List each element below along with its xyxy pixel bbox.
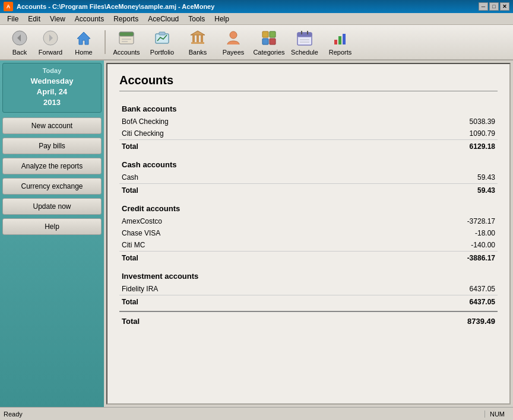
date-line3: 2013: [5, 97, 99, 108]
fidelity-row[interactable]: Fidelity IRA 6437.05: [119, 283, 498, 295]
credit-accounts-header: Credit accounts: [119, 199, 498, 215]
today-box: Today Wednesday April, 24 2013: [2, 63, 102, 113]
svg-rect-28: [338, 36, 341, 44]
new-account-button[interactable]: New account: [2, 117, 102, 134]
status-bar: Ready NUM: [0, 407, 513, 420]
citi-checking-row[interactable]: Citi Checking 1090.79: [119, 128, 498, 140]
home-icon: [74, 28, 93, 47]
banks-icon: [188, 28, 207, 47]
categories-label: Categories: [253, 49, 284, 56]
menu-acecloud[interactable]: AceCloud: [143, 14, 183, 24]
date-line1: Wednesday: [5, 76, 99, 87]
reports-button[interactable]: Reports: [323, 27, 357, 58]
investment-total-row: Total 6437.05: [119, 295, 498, 312]
bofa-checking-row[interactable]: BofA Checking 5038.39: [119, 116, 498, 128]
payees-button[interactable]: Payees: [216, 27, 251, 58]
num-indicator: NUM: [484, 411, 509, 418]
update-now-button[interactable]: Update now: [2, 198, 102, 215]
back-button[interactable]: Back: [5, 27, 34, 58]
menu-edit[interactable]: Edit: [23, 14, 45, 24]
status-text: Ready: [4, 411, 484, 418]
svg-rect-6: [119, 32, 134, 36]
svg-marker-4: [77, 32, 90, 44]
citi-mc-name: Citi MC: [119, 239, 389, 252]
categories-button[interactable]: Categories: [252, 27, 286, 58]
menu-reports[interactable]: Reports: [109, 14, 143, 24]
citi-mc-row[interactable]: Citi MC -140.00: [119, 239, 498, 252]
sidebar: Today Wednesday April, 24 2013 New accou…: [0, 61, 104, 407]
accounts-table: Bank accounts BofA Checking 5038.39 Citi…: [119, 100, 498, 330]
amex-name: AmexCostco: [119, 215, 389, 227]
menu-help[interactable]: Help: [210, 14, 234, 24]
schedule-button[interactable]: Schedule: [287, 27, 322, 58]
cash-total-value: 59.43: [389, 184, 498, 200]
menu-file[interactable]: File: [2, 14, 23, 24]
svg-rect-10: [159, 32, 165, 35]
svg-rect-15: [191, 42, 204, 44]
investment-total-label: Total: [119, 295, 389, 312]
svg-rect-12: [192, 35, 195, 42]
svg-rect-27: [334, 40, 337, 44]
back-label: Back: [12, 49, 27, 56]
main-area: Today Wednesday April, 24 2013 New accou…: [0, 61, 513, 407]
home-button[interactable]: Home: [66, 27, 101, 58]
help-button[interactable]: Help: [2, 218, 102, 235]
bank-total-row: Total 6129.18: [119, 140, 498, 156]
grand-total-value: 8739.49: [389, 311, 498, 330]
portfolio-button[interactable]: Portfolio: [145, 27, 179, 58]
menu-tools[interactable]: Tools: [183, 14, 210, 24]
svg-rect-29: [343, 34, 346, 44]
forward-button[interactable]: Forward: [36, 27, 65, 58]
svg-marker-11: [191, 31, 205, 35]
schedule-label: Schedule: [291, 49, 318, 56]
credit-accounts-label: Credit accounts: [119, 199, 389, 215]
payees-icon: [224, 28, 243, 47]
chase-row[interactable]: Chase VISA -18.00: [119, 227, 498, 239]
fidelity-name: Fidelity IRA: [119, 283, 389, 295]
accounts-label: Accounts: [113, 49, 140, 56]
chase-balance: -18.00: [389, 227, 498, 239]
svg-rect-22: [297, 33, 312, 37]
accounts-icon: [117, 28, 136, 47]
maximize-button[interactable]: □: [489, 2, 499, 11]
cash-row[interactable]: Cash 59.43: [119, 171, 498, 184]
close-button[interactable]: ✕: [500, 2, 509, 11]
credit-total-value: -3886.17: [389, 252, 498, 268]
cash-total-label: Total: [119, 184, 389, 200]
payees-label: Payees: [223, 49, 245, 56]
accounts-button[interactable]: Accounts: [109, 27, 144, 58]
analyze-reports-button[interactable]: Analyze the reports: [2, 158, 102, 174]
minimize-button[interactable]: ─: [479, 2, 488, 11]
forward-label: Forward: [39, 49, 62, 56]
pay-bills-button[interactable]: Pay bills: [2, 138, 102, 154]
currency-exchange-button[interactable]: Currency exchange: [2, 178, 102, 195]
investment-accounts-label: Investment accounts: [119, 267, 389, 283]
page-title: Accounts: [119, 74, 498, 91]
banks-button[interactable]: Banks: [180, 27, 215, 58]
cash-total-row: Total 59.43: [119, 184, 498, 200]
cash-name: Cash: [119, 171, 389, 184]
forward-icon: [41, 28, 60, 47]
amex-row[interactable]: AmexCostco -3728.17: [119, 215, 498, 227]
bank-total-value: 6129.18: [389, 140, 498, 156]
citi-mc-balance: -140.00: [389, 239, 498, 252]
investment-total-value: 6437.05: [389, 295, 498, 312]
schedule-icon: [295, 28, 314, 47]
banks-label: Banks: [189, 49, 207, 56]
svg-rect-20: [270, 39, 276, 44]
svg-rect-17: [262, 31, 268, 37]
window-title: Accounts - C:\Program Files\AceMoney\sam…: [17, 3, 479, 10]
toolbar-separator-1: [104, 30, 106, 54]
svg-rect-13: [197, 35, 199, 42]
menu-accounts[interactable]: Accounts: [70, 14, 109, 24]
date-line2: April, 24: [5, 87, 99, 97]
content-area: Accounts Bank accounts BofA Checking 503…: [106, 63, 511, 405]
chase-name: Chase VISA: [119, 227, 389, 239]
menu-view[interactable]: View: [45, 14, 70, 24]
svg-point-16: [230, 31, 237, 39]
bank-accounts-header: Bank accounts: [119, 100, 498, 116]
svg-rect-18: [270, 31, 276, 37]
cash-accounts-header: Cash accounts: [119, 155, 498, 171]
categories-icon: [259, 28, 278, 47]
svg-rect-19: [262, 39, 268, 44]
